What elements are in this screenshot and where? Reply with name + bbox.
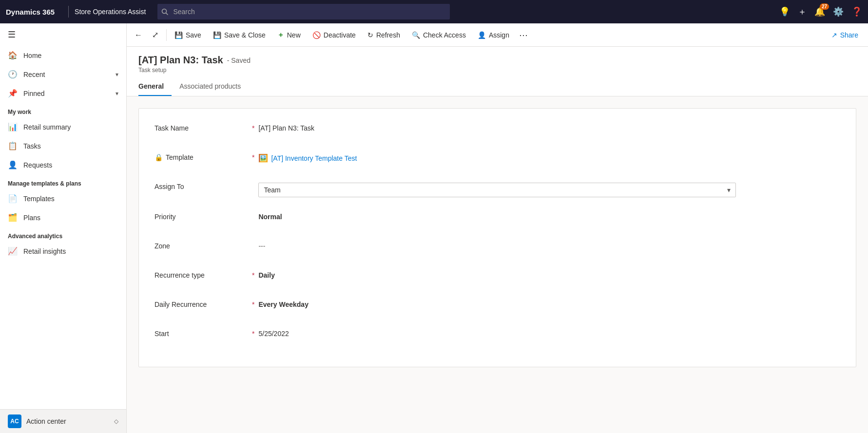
page-saved-status: - Saved — [227, 56, 251, 64]
assign-to-label-text: Assign To — [154, 183, 184, 190]
expand-button[interactable]: ⤢ — [146, 23, 164, 47]
command-bar: ← ⤢ 💾 Save 💾 Save & Close ＋ New 🚫 Deacti… — [127, 23, 868, 47]
template-link-text: [AT] Inventory Template Test — [271, 154, 357, 162]
search-bar[interactable] — [157, 4, 450, 19]
deactivate-label: Deactivate — [324, 31, 356, 39]
sidebar-item-retail-insights[interactable]: 📈 Retail insights — [0, 242, 126, 261]
sidebar-item-templates-label: Templates — [23, 195, 55, 203]
new-button[interactable]: ＋ New — [271, 23, 307, 47]
share-label: Share — [840, 31, 858, 39]
page-title-row: [AT] Plan N3: Task - Saved — [138, 55, 856, 66]
task-name-row: Task Name * [AT] Plan N3: Task — [154, 120, 840, 138]
assign-to-value: Team ▾ — [258, 179, 840, 197]
recurrence-type-value: Daily — [258, 267, 840, 279]
assign-to-dropdown[interactable]: Team ▾ — [258, 183, 736, 197]
template-link-icon: 🖼️ — [258, 153, 268, 163]
recent-icon: 🕐 — [8, 70, 18, 79]
check-access-icon: 🔍 — [412, 31, 420, 39]
sidebar-item-templates[interactable]: 📄 Templates — [0, 189, 126, 208]
search-input[interactable] — [157, 4, 450, 19]
priority-value: Normal — [258, 209, 840, 221]
recurrence-type-required: * — [252, 267, 254, 279]
manage-section: Manage templates & plans — [0, 174, 126, 189]
sidebar-item-plans-label: Plans — [23, 214, 40, 222]
new-icon: ＋ — [277, 31, 284, 39]
check-access-button[interactable]: 🔍 Check Access — [406, 23, 472, 47]
retail-insights-icon: 📈 — [8, 246, 18, 256]
recent-chevron-icon: ▾ — [116, 71, 118, 78]
tabs: General Associated products — [127, 77, 868, 96]
new-label: New — [287, 31, 301, 39]
assign-to-row: Assign To * Team ▾ — [154, 179, 840, 197]
save-button[interactable]: 💾 Save — [169, 23, 207, 47]
sidebar-item-tasks[interactable]: 📋 Tasks — [0, 136, 126, 155]
assign-label: Assign — [489, 31, 509, 39]
pinned-chevron-icon: ▾ — [116, 90, 118, 97]
refresh-button[interactable]: ↻ Refresh — [362, 23, 406, 47]
form-area: Task Name * [AT] Plan N3: Task 🔒 Templat… — [127, 96, 868, 433]
zone-value: --- — [258, 238, 840, 250]
daily-recurrence-label-text: Daily Recurrence — [154, 301, 207, 308]
cmd-separator-1 — [166, 29, 167, 41]
start-value: 5/25/2022 — [258, 326, 840, 338]
priority-row: Priority * Normal — [154, 209, 840, 226]
templates-icon: 📄 — [8, 194, 18, 203]
back-button[interactable]: ← — [131, 23, 146, 47]
retail-summary-icon: 📊 — [8, 122, 18, 132]
sidebar-item-home[interactable]: 🏠 Home — [0, 46, 126, 65]
help-icon[interactable]: ❓ — [851, 6, 862, 17]
home-icon: 🏠 — [8, 51, 18, 60]
tab-associated-products[interactable]: Associated products — [179, 77, 249, 96]
start-required: * — [252, 326, 254, 338]
template-required: * — [252, 150, 254, 161]
start-label: Start — [154, 326, 252, 338]
notifications-icon[interactable]: 🔔 27 — [814, 6, 825, 17]
sidebar-item-pinned[interactable]: 📌 Pinned ▾ — [0, 84, 126, 103]
share-button[interactable]: ↗ Share — [826, 23, 864, 47]
sidebar-item-retail-summary[interactable]: 📊 Retail summary — [0, 117, 126, 136]
add-icon[interactable]: ＋ — [798, 6, 807, 18]
sidebar: ☰ 🏠 Home 🕐 Recent ▾ 📌 Pinned ▾ My work 📊… — [0, 23, 127, 433]
sidebar-item-requests[interactable]: 👤 Requests — [0, 155, 126, 174]
lock-icon: 🔒 — [154, 153, 163, 161]
sidebar-item-recent[interactable]: 🕐 Recent ▾ — [0, 65, 126, 84]
daily-recurrence-row: Daily Recurrence * Every Weekday — [154, 297, 840, 314]
task-name-required: * — [252, 120, 254, 132]
sidebar-item-plans[interactable]: 🗂️ Plans — [0, 208, 126, 227]
template-value[interactable]: 🖼️ [AT] Inventory Template Test — [258, 150, 840, 163]
sidebar-item-requests-label: Requests — [23, 161, 52, 169]
pinned-icon: 📌 — [8, 89, 18, 98]
deactivate-button[interactable]: 🚫 Deactivate — [307, 23, 362, 47]
daily-recurrence-value: Every Weekday — [258, 297, 840, 308]
sidebar-item-action-center[interactable]: AC Action center ◇ — [0, 410, 126, 433]
template-label-text: Template — [166, 153, 193, 161]
assign-icon: 👤 — [478, 31, 486, 39]
save-icon: 💾 — [174, 31, 183, 39]
action-center-chevron-icon: ◇ — [114, 418, 118, 425]
save-close-button[interactable]: 💾 Save & Close — [207, 23, 271, 47]
template-label: 🔒 Template — [154, 150, 252, 161]
lightbulb-icon[interactable]: 💡 — [779, 6, 790, 17]
page-header: [AT] Plan N3: Task - Saved Task setup — [127, 47, 868, 74]
check-access-label: Check Access — [423, 31, 466, 39]
brand-name: Dynamics 365 — [6, 8, 62, 16]
search-icon — [161, 8, 168, 15]
share-icon: ↗ — [831, 31, 837, 39]
recurrence-type-label-text: Recurrence type — [154, 271, 205, 279]
topbar-icons: 💡 ＋ 🔔 27 ⚙️ ❓ — [779, 6, 862, 18]
assign-to-label: Assign To — [154, 179, 252, 190]
back-icon: ← — [135, 31, 142, 39]
deactivate-icon: 🚫 — [312, 31, 321, 39]
notification-badge: 27 — [820, 3, 829, 10]
zone-label-text: Zone — [154, 242, 170, 250]
more-button[interactable]: ⋯ — [515, 23, 532, 47]
hamburger-menu[interactable]: ☰ — [0, 23, 126, 46]
sidebar-item-retail-insights-label: Retail insights — [23, 247, 66, 255]
assign-button[interactable]: 👤 Assign — [472, 23, 515, 47]
priority-label-text: Priority — [154, 213, 176, 221]
tab-general[interactable]: General — [138, 77, 172, 96]
settings-icon[interactable]: ⚙️ — [833, 6, 844, 17]
main-layout: ☰ 🏠 Home 🕐 Recent ▾ 📌 Pinned ▾ My work 📊… — [0, 23, 868, 433]
recurrence-type-row: Recurrence type * Daily — [154, 267, 840, 285]
expand-icon: ⤢ — [152, 30, 158, 39]
